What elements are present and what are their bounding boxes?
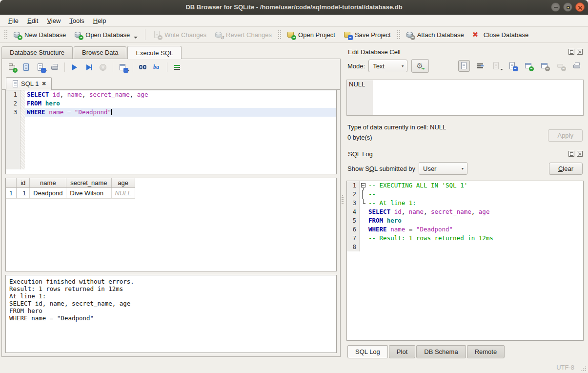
window-controls [551,2,585,12]
column-header-name[interactable]: name [30,178,66,188]
tab-execute-sql[interactable]: Execute SQL [127,46,182,59]
print-cell-icon [572,62,581,70]
save-sql-file-button[interactable]: − [35,62,46,73]
panel-splitter[interactable] [341,43,345,361]
copy-url-button[interactable]: ∞ [539,60,550,72]
results-grid[interactable]: idnamesecret_nameage11DeadpondDive Wilso… [5,178,337,271]
find-button[interactable] [138,62,148,73]
tab-sql-log[interactable]: SQL Log [347,345,388,358]
open-database-button[interactable]: →Open Database [70,28,142,41]
cell-null-value: NULL [347,80,373,115]
find-replace-button[interactable]: ba [152,62,162,73]
write-changes-button[interactable]: −Write Changes [149,28,210,41]
sql-log-view[interactable]: 1-- EXECUTING ALL IN 'SQL 1'2--3-- At li… [346,181,584,341]
fold-margin[interactable] [360,199,366,207]
mode-select[interactable]: Text ▼ [368,60,407,72]
execute-current-line-button[interactable] [83,62,94,73]
set-null-button[interactable]: − [555,60,567,72]
attach-database-icon: ∞ [406,30,414,39]
app-window: DB Browser for SQLite - /home/user/code/… [0,0,588,373]
table-cell[interactable]: Deadpond [30,188,66,199]
toolbar-handle[interactable] [3,29,7,40]
tab-remote[interactable]: Remote [467,345,505,358]
open-sql-file-button[interactable] [21,62,32,73]
apply-cell-button[interactable]: ⚙→ [411,59,429,73]
toolbar-handle[interactable] [396,29,400,40]
word-wrap-button[interactable] [474,60,486,72]
sql-editor[interactable]: 1SELECT id, name, secret_name, age2FROM … [5,90,337,174]
new-sql-tab-button[interactable]: + [7,62,18,73]
gear-icon: ⚙→ [416,62,425,70]
menu-tools[interactable]: Tools [65,16,88,25]
log-filter-select[interactable]: User ▼ [419,162,467,175]
minimize-icon[interactable] [551,2,560,12]
open-project-button[interactable]: →Open Project [283,28,339,41]
export-data-button[interactable]: − [507,60,518,72]
print-cell-button[interactable] [571,60,583,72]
stop-execution-button[interactable]: ✕ [98,62,108,73]
menu-view[interactable]: View [42,16,65,25]
fold-margin[interactable] [360,190,366,199]
code-text: WHERE name = "Deadpond" [25,108,336,117]
attach-database-button[interactable]: ∞Attach Database [402,28,468,41]
code-line [6,152,336,161]
save-results-button[interactable]: − [118,62,128,73]
left-panel: Database StructureBrowse DataExecute SQL… [0,43,341,361]
column-header-age[interactable]: age [111,178,135,188]
import-data-button[interactable] [490,60,502,72]
clear-log-button[interactable]: Clear [549,163,583,175]
editor-results-splitter[interactable] [2,174,340,178]
print-sql-button[interactable] [49,62,60,73]
execute-all-button[interactable] [69,62,80,73]
close-dock-icon[interactable] [577,49,583,55]
toolbar-separator [133,62,133,72]
menu-file[interactable]: File [4,16,23,25]
format-sql-button[interactable] [172,62,182,73]
close-sql-tab-icon[interactable]: ✖ [41,81,46,86]
close-icon[interactable] [575,2,585,12]
close-dock-icon[interactable] [577,151,583,157]
apply-button[interactable]: Apply [548,129,583,142]
new-database-button[interactable]: +New Database [9,28,70,41]
tab-database-structure[interactable]: Database Structure [1,46,73,59]
cell-controls: Mode: Text ▼ ⚙→ −→∞− [346,58,584,74]
table-row[interactable]: 11DeadpondDive WilsonNULL [6,188,135,199]
dock-splitter[interactable] [346,143,584,147]
sql-editor-tab[interactable]: SQL 1 ✖ [6,77,52,90]
fold-margin[interactable] [360,181,366,190]
titlebar[interactable]: DB Browser for SQLite - /home/user/code/… [0,0,588,15]
tab-plot[interactable]: Plot [389,345,415,358]
line-number [6,134,20,143]
dropdown-caret-icon[interactable] [134,37,138,39]
code-text [25,143,336,152]
column-header-id[interactable]: id [17,178,30,188]
code-line: 8 [347,243,583,251]
results-message-splitter[interactable] [2,271,340,275]
tab-browse-data[interactable]: Browse Data [74,46,126,59]
fold-collapse-icon[interactable] [361,183,365,187]
line-number [6,143,20,152]
statusbar: UTF-8 [0,361,588,373]
text-mode-button[interactable] [458,60,470,72]
table-cell[interactable]: Dive Wilson [66,188,111,199]
set-null-icon: − [556,62,565,70]
open-in-external-button[interactable]: → [523,60,534,72]
table-cell[interactable]: NULL [111,188,135,199]
menu-edit[interactable]: Edit [23,16,42,25]
toolbar-handle[interactable] [277,29,281,40]
menu-help[interactable]: Help [89,16,111,25]
maximize-icon[interactable] [563,2,572,12]
resize-grip[interactable] [580,365,587,372]
sql-document-icon [11,80,18,87]
save-project-button[interactable]: −Save Project [339,28,395,41]
cell-value-editor[interactable]: NULL [346,80,584,116]
dropdown-caret-icon[interactable] [500,69,503,70]
float-dock-icon[interactable] [568,151,574,157]
tab-db-schema[interactable]: DB Schema [416,345,466,358]
revert-changes-button[interactable]: ↺Revert Changes [210,28,276,41]
toolbar-separator [113,62,113,72]
column-header-secret_name[interactable]: secret_name [66,178,111,188]
table-cell[interactable]: 1 [17,188,30,199]
close-database-button[interactable]: ✖Close Database [468,28,533,41]
float-dock-icon[interactable] [568,49,574,55]
